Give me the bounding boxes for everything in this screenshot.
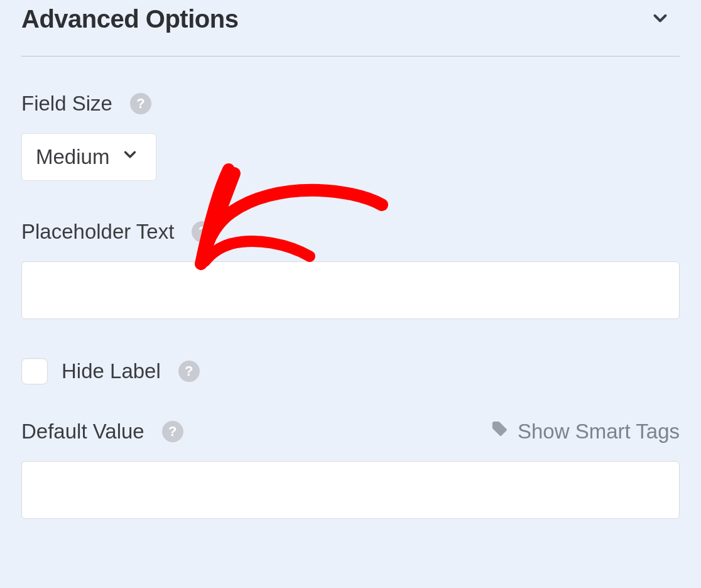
help-icon[interactable]: ? bbox=[178, 361, 200, 382]
advanced-options-panel: Advanced Options Field Size ? Medium Pla… bbox=[0, 0, 701, 519]
field-size-select[interactable]: Medium bbox=[21, 133, 156, 181]
show-smart-tags-link[interactable]: Show Smart Tags bbox=[491, 420, 680, 444]
chevron-down-icon bbox=[649, 8, 671, 31]
help-icon[interactable]: ? bbox=[130, 93, 151, 114]
placeholder-text-row: Placeholder Text ? bbox=[21, 220, 680, 319]
tag-icon bbox=[491, 420, 510, 444]
default-value-row: Default Value ? Show Smart Tags bbox=[21, 420, 680, 519]
default-value-label: Default Value bbox=[21, 420, 144, 444]
chevron-down-icon bbox=[121, 145, 139, 169]
smart-tags-label: Show Smart Tags bbox=[518, 420, 680, 444]
section-title: Advanced Options bbox=[21, 5, 238, 33]
hide-label-checkbox[interactable] bbox=[21, 358, 48, 384]
divider bbox=[21, 56, 680, 57]
help-icon[interactable]: ? bbox=[192, 221, 213, 242]
default-value-input[interactable] bbox=[21, 461, 680, 519]
help-icon[interactable]: ? bbox=[162, 421, 183, 442]
field-size-label: Field Size bbox=[21, 92, 112, 116]
field-size-row: Field Size ? Medium bbox=[21, 92, 680, 181]
hide-label-text: Hide Label bbox=[62, 359, 161, 383]
hide-label-row: Hide Label ? bbox=[21, 358, 680, 384]
placeholder-text-label: Placeholder Text bbox=[21, 220, 174, 244]
section-header[interactable]: Advanced Options bbox=[21, 0, 680, 56]
placeholder-text-input[interactable] bbox=[21, 261, 680, 319]
field-size-value: Medium bbox=[36, 145, 109, 169]
